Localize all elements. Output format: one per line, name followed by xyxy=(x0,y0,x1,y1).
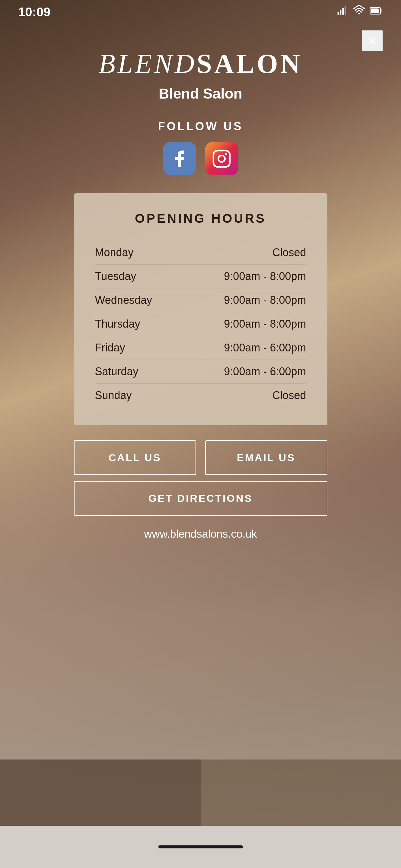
day-wednesday: Wednesday xyxy=(95,294,152,307)
modal-content: BLENDSALON Blend Salon FOLLOW US xyxy=(0,0,401,868)
day-sunday: Sunday xyxy=(95,389,132,402)
hours-row-monday: Monday Closed xyxy=(95,241,306,265)
get-directions-button[interactable]: GET DIRECTIONS xyxy=(74,481,327,516)
hours-row-friday: Friday 9:00am - 6:00pm xyxy=(95,336,306,360)
hours-row-thursday: Thursday 9:00am - 8:00pm xyxy=(95,312,306,336)
hours-card: OPENING HOURS Monday Closed Tuesday 9:00… xyxy=(74,193,327,425)
follow-section: FOLLOW US xyxy=(158,120,243,175)
day-tuesday: Tuesday xyxy=(95,270,136,283)
svg-point-8 xyxy=(219,155,225,162)
hours-saturday: 9:00am - 6:00pm xyxy=(224,365,306,378)
logo-area: BLENDSALON xyxy=(99,48,302,79)
logo-blend: BLEND xyxy=(99,49,197,79)
logo-salon: SALON xyxy=(197,49,302,79)
hours-sunday: Closed xyxy=(272,389,306,402)
button-row-top: CALL US EMAIL US xyxy=(74,440,327,475)
signal-icon xyxy=(337,5,348,19)
svg-rect-1 xyxy=(340,10,342,14)
logo-text: BLENDSALON xyxy=(99,48,302,79)
home-indicator xyxy=(159,845,243,848)
facebook-button[interactable] xyxy=(163,142,196,175)
email-us-button[interactable]: EMAIL US xyxy=(205,440,327,475)
svg-rect-6 xyxy=(371,8,379,13)
wifi-icon xyxy=(353,5,365,19)
day-saturday: Saturday xyxy=(95,365,139,378)
hours-friday: 9:00am - 6:00pm xyxy=(224,341,306,354)
call-us-button[interactable]: CALL US xyxy=(74,440,196,475)
svg-rect-2 xyxy=(342,8,344,14)
facebook-icon xyxy=(170,149,189,168)
follow-label: FOLLOW US xyxy=(158,120,243,133)
status-time: 10:09 xyxy=(18,5,50,19)
hours-row-tuesday: Tuesday 9:00am - 8:00pm xyxy=(95,265,306,288)
day-friday: Friday xyxy=(95,341,125,354)
bottom-bar xyxy=(0,826,401,868)
salon-name: Blend Salon xyxy=(159,85,242,102)
hours-row-sunday: Sunday Closed xyxy=(95,384,306,407)
status-bar: 10:09 xyxy=(0,0,401,24)
website-link[interactable]: www.blendsalons.co.uk xyxy=(144,528,257,540)
instagram-icon xyxy=(212,149,231,168)
hours-row-wednesday: Wednesday 9:00am - 8:00pm xyxy=(95,288,306,312)
battery-icon xyxy=(370,5,383,19)
svg-rect-3 xyxy=(345,6,346,14)
svg-rect-0 xyxy=(338,12,339,15)
hours-wednesday: 9:00am - 8:00pm xyxy=(224,294,306,307)
social-icons-container xyxy=(158,142,243,175)
hours-thursday: 9:00am - 8:00pm xyxy=(224,318,306,330)
hours-row-saturday: Saturday 9:00am - 6:00pm xyxy=(95,360,306,384)
hours-title: OPENING HOURS xyxy=(95,211,306,226)
day-monday: Monday xyxy=(95,246,134,259)
svg-rect-7 xyxy=(213,150,230,167)
hours-tuesday: 9:00am - 8:00pm xyxy=(224,270,306,283)
hours-monday: Closed xyxy=(272,246,306,259)
status-icons xyxy=(337,5,383,19)
day-thursday: Thursday xyxy=(95,318,140,330)
svg-point-4 xyxy=(359,13,360,14)
instagram-button[interactable] xyxy=(205,142,238,175)
svg-point-9 xyxy=(225,153,227,155)
close-button[interactable]: × xyxy=(362,30,383,51)
